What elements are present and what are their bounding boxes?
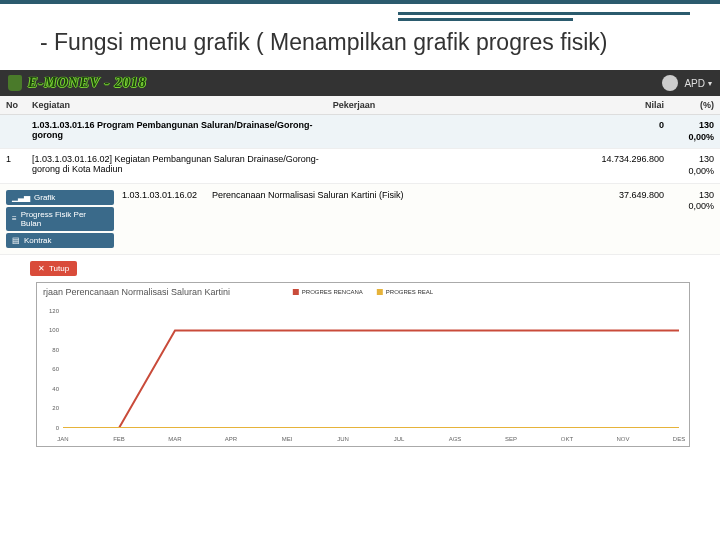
- y-tick: 100: [43, 327, 59, 333]
- y-tick: 60: [43, 366, 59, 372]
- x-tick: JUL: [394, 436, 405, 442]
- chevron-down-icon[interactable]: ▾: [708, 79, 712, 88]
- document-icon: ▤: [12, 236, 20, 245]
- program-count: 130: [699, 120, 714, 130]
- col-pekerjaan: Pekerjaan: [333, 100, 564, 110]
- kegiatan-nilai: 14.734.296.800: [564, 154, 664, 164]
- detail-count: 130: [699, 190, 714, 200]
- kontrak-button[interactable]: ▤Kontrak: [6, 233, 114, 248]
- app-bar: E-MONEV - 2018 APD ▾: [0, 70, 720, 96]
- y-tick: 20: [43, 405, 59, 411]
- y-tick: 120: [43, 308, 59, 314]
- user-menu[interactable]: APD: [684, 78, 705, 89]
- row-no: 1: [6, 154, 32, 164]
- col-kegiatan: Kegiatan: [32, 100, 333, 110]
- detail-row: ▁▃▅Grafik ≡Progress Fisik Per Bulan ▤Kon…: [0, 184, 720, 255]
- detail-desc: Perencanaan Normalisasi Saluran Kartini …: [212, 190, 564, 248]
- x-tick: SEP: [505, 436, 517, 442]
- kegiatan-name: [1.03.1.03.01.16.02] Kegiatan Pembanguna…: [32, 154, 333, 174]
- close-icon: ✕: [38, 264, 45, 273]
- x-tick: DES: [673, 436, 685, 442]
- x-tick: MAR: [168, 436, 181, 442]
- kegiatan-pct: 0,00%: [688, 166, 714, 176]
- kegiatan-count: 130: [699, 154, 714, 164]
- table-header: No Kegiatan Pekerjaan Nilai (%): [0, 96, 720, 115]
- chart: rjaan Perencanaan Normalisasi Saluran Ka…: [36, 282, 690, 447]
- x-tick: OKT: [561, 436, 573, 442]
- x-tick: NOV: [616, 436, 629, 442]
- col-no: No: [6, 100, 32, 110]
- avatar-icon[interactable]: [662, 75, 678, 91]
- grafik-button[interactable]: ▁▃▅Grafik: [6, 190, 114, 205]
- y-tick: 80: [43, 347, 59, 353]
- crest-icon: [8, 75, 22, 91]
- x-tick: APR: [225, 436, 237, 442]
- tutup-button[interactable]: ✕Tutup: [30, 261, 77, 276]
- col-nilai: Nilai: [564, 100, 664, 110]
- progress-button[interactable]: ≡Progress Fisik Per Bulan: [6, 207, 114, 231]
- col-pct: (%): [664, 100, 714, 110]
- list-icon: ≡: [12, 214, 17, 223]
- y-tick: 0: [43, 425, 59, 431]
- detail-code: 1.03.1.03.01.16.02: [122, 190, 212, 248]
- kegiatan-row[interactable]: 1 [1.03.1.03.01.16.02] Kegiatan Pembangu…: [0, 149, 720, 183]
- program-nilai: 0: [564, 120, 664, 130]
- detail-pct: 0,00%: [688, 201, 714, 211]
- x-tick: AGS: [449, 436, 462, 442]
- page-title: - Fungsi menu grafik ( Menampilkan grafi…: [40, 29, 690, 56]
- chart-legend: PROGRES RENCANA PROGRES REAL: [293, 289, 433, 295]
- y-tick: 40: [43, 386, 59, 392]
- brand: E-MONEV - 2018: [28, 75, 147, 91]
- x-tick: JUN: [337, 436, 349, 442]
- legend-swatch-a: [293, 289, 299, 295]
- chart-icon: ▁▃▅: [12, 193, 30, 202]
- x-tick: MEI: [282, 436, 293, 442]
- program-name: 1.03.1.03.01.16 Program Pembangunan Salu…: [32, 120, 333, 140]
- x-tick: FEB: [113, 436, 125, 442]
- program-pct: 0,00%: [688, 132, 714, 142]
- x-tick: JAN: [57, 436, 68, 442]
- legend-swatch-b: [377, 289, 383, 295]
- chart-title: rjaan Perencanaan Normalisasi Saluran Ka…: [43, 287, 230, 297]
- program-row[interactable]: 1.03.1.03.01.16 Program Pembangunan Salu…: [0, 115, 720, 149]
- detail-nilai: 37.649.800: [564, 190, 664, 248]
